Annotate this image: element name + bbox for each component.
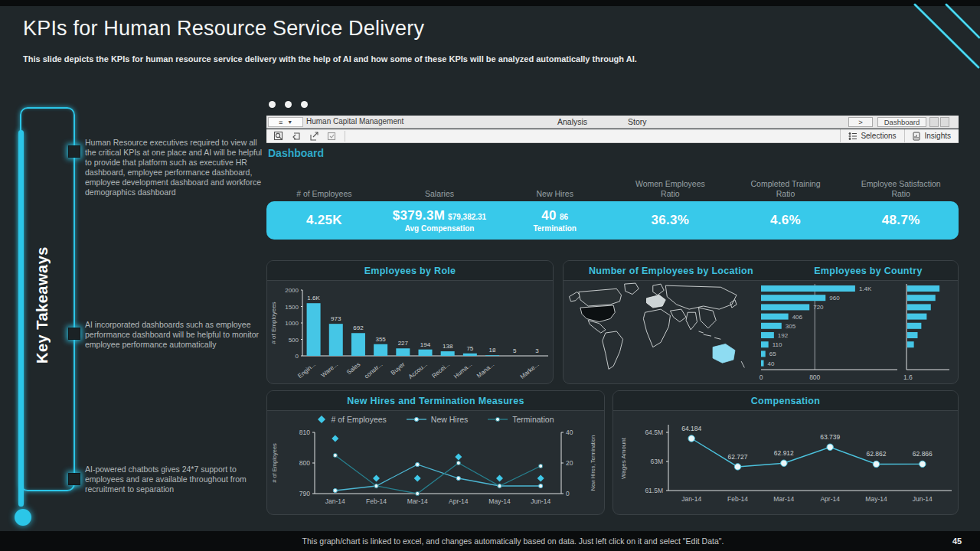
svg-text:0: 0 — [566, 490, 570, 497]
undo-icon[interactable] — [291, 131, 302, 142]
footer-bar: This graph/chart is linked to excel, and… — [0, 531, 980, 551]
menubar-small-button[interactable] — [929, 117, 939, 127]
legend-item: Termination — [488, 415, 554, 424]
svg-text:Jan-14: Jan-14 — [681, 495, 701, 503]
legend-item: # of Employees — [317, 415, 386, 424]
panel-title: Employees by Country — [779, 266, 958, 276]
svg-text:Apr-14: Apr-14 — [820, 495, 840, 503]
selections-button[interactable]: Selections — [840, 129, 903, 142]
svg-text:Jun-14: Jun-14 — [531, 497, 550, 505]
svg-text:Jun-14: Jun-14 — [913, 495, 933, 503]
kpi-label: Salaries — [382, 178, 498, 198]
bookmark-icon[interactable] — [326, 131, 337, 142]
svg-text:Sales: Sales — [345, 361, 361, 377]
svg-text:# of Employees: # of Employees — [270, 302, 277, 344]
search-icon[interactable] — [273, 131, 284, 142]
svg-text:Mar-14: Mar-14 — [773, 495, 794, 503]
hamburger-icon: ≡ — [279, 119, 283, 126]
insights-chart-icon — [913, 132, 922, 141]
takeaway-item: AI incorporated dashboards such as emplo… — [85, 320, 267, 350]
svg-text:406: 406 — [792, 314, 803, 321]
nav-forward-button[interactable]: > — [848, 117, 873, 127]
kpi-strip: 4.25K $379.3M$79,382.31 Avg Compensation… — [266, 201, 959, 240]
insights-label: Insights — [925, 132, 951, 140]
tab-analysis[interactable]: Analysis — [557, 117, 587, 126]
toolbar-separator — [345, 131, 345, 142]
diamond-marker-icon — [317, 416, 326, 423]
svg-text:305: 305 — [786, 323, 796, 330]
slide: KPIs for Human Resource Service Delivery… — [0, 0, 980, 551]
slide-subtitle: This slide depicts the KPIs for human re… — [23, 54, 637, 64]
panel-employees-by-role: Employees by Role 0500100015002000# of E… — [266, 260, 554, 384]
panel-title: Number of Employees by Location — [564, 266, 779, 276]
panel-title: Compensation — [613, 391, 958, 411]
line-marker-icon — [407, 416, 426, 423]
svg-text:62.727: 62.727 — [728, 453, 748, 461]
svg-text:1500: 1500 — [285, 304, 299, 311]
selections-label: Selections — [861, 132, 896, 140]
panel-new-hires-termination: New Hires and Termination Measures # of … — [266, 390, 605, 515]
employees-by-country-chart: 1.4K96072040630519211065400800 — [755, 281, 900, 383]
insights-button[interactable]: Insights — [904, 129, 959, 142]
svg-text:5: 5 — [513, 347, 517, 354]
svg-text:Accou...: Accou... — [407, 361, 429, 380]
footer-note: This graph/chart is linked to excel, and… — [0, 536, 934, 546]
panel-employees-by-location: Number of Employees by Location Employee… — [563, 260, 959, 384]
svg-text:Recei...: Recei... — [430, 361, 451, 380]
svg-text:Apr-14: Apr-14 — [449, 497, 469, 505]
panel-compensation: Compensation 64.5M63M61.5MWages AmountJa… — [612, 390, 959, 515]
svg-text:May-14: May-14 — [488, 497, 511, 505]
svg-text:Engin...: Engin... — [296, 361, 317, 380]
top-black-strip — [0, 0, 980, 6]
svg-text:Huma...: Huma... — [452, 361, 473, 380]
svg-text:2000: 2000 — [285, 287, 299, 294]
svg-text:1.6: 1.6 — [903, 373, 913, 381]
kpi-label: Employee Satisfaction Ratio — [843, 178, 959, 198]
app-title: Human Capital Management — [306, 117, 403, 126]
svg-text:May-14: May-14 — [865, 495, 887, 503]
employees-by-country-mini-chart: 1.6 — [900, 281, 956, 383]
window-dots — [269, 101, 308, 108]
takeaway-bullet — [68, 328, 80, 340]
svg-text:New Hires, Termination: New Hires, Termination — [590, 435, 596, 491]
takeaway-bullet — [68, 145, 80, 158]
dashboard-nav-button[interactable]: Dashboard — [877, 117, 926, 127]
svg-text:1.4K: 1.4K — [859, 285, 872, 292]
menubar-small-button[interactable] — [940, 117, 949, 127]
kpi-label: # of Employees — [266, 178, 382, 198]
takeaway-bullet — [68, 473, 80, 485]
takeaways-rail-line — [18, 130, 24, 507]
kpi-value-employees: 4.25K — [266, 201, 382, 240]
svg-text:65: 65 — [769, 350, 776, 357]
svg-text:1.6K: 1.6K — [307, 295, 320, 302]
svg-text:355: 355 — [375, 336, 386, 343]
svg-text:Jan-14: Jan-14 — [325, 497, 345, 505]
panel-title: New Hires and Termination Measures — [267, 391, 604, 411]
export-icon[interactable] — [309, 131, 319, 142]
svg-text:40: 40 — [566, 429, 573, 436]
kpi-value-salaries: $379.3M$79,382.31 Avg Compensation — [382, 201, 498, 240]
takeaway-item: Human Resource executives required to vi… — [85, 138, 267, 197]
svg-text:720: 720 — [813, 304, 824, 311]
svg-text:810: 810 — [299, 429, 310, 436]
svg-text:62.862: 62.862 — [867, 450, 887, 458]
svg-text:692: 692 — [353, 324, 364, 331]
panel-title: Employees by Role — [267, 261, 553, 281]
svg-text:62.866: 62.866 — [913, 450, 933, 458]
kpi-value-women-ratio: 36.3% — [612, 201, 728, 240]
svg-text:960: 960 — [829, 295, 840, 302]
svg-text:138: 138 — [443, 343, 453, 350]
dashboard-page-title: Dashboard — [268, 147, 324, 159]
hamburger-menu-button[interactable]: ≡▼ — [268, 117, 303, 127]
svg-text:75: 75 — [466, 345, 473, 352]
tab-story[interactable]: Story — [628, 117, 647, 126]
svg-text:Feb-14: Feb-14 — [727, 495, 748, 503]
svg-text:63.739: 63.739 — [820, 433, 840, 441]
kpi-value-satisfaction-ratio: 48.7% — [843, 201, 959, 240]
svg-text:61.5M: 61.5M — [645, 487, 663, 494]
kpi-labels-row: # of Employees Salaries New Hires Women … — [266, 178, 959, 198]
svg-text:0: 0 — [760, 373, 763, 381]
svg-text:62.912: 62.912 — [774, 449, 794, 457]
takeaway-item: AI-powered chatbots gives 24*7 support t… — [85, 465, 267, 494]
chevron-down-icon: ▼ — [287, 119, 292, 125]
